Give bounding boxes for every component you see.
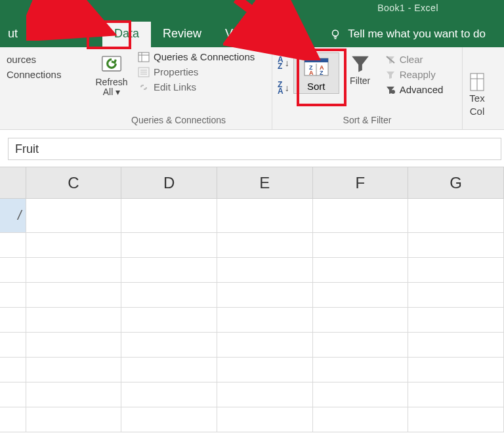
row-header[interactable]	[0, 358, 26, 382]
row-header[interactable]	[0, 283, 26, 308]
tab-layout-partial[interactable]: ut	[0, 22, 30, 47]
col-header[interactable]: E	[217, 167, 312, 199]
cell[interactable]	[217, 283, 312, 308]
tab-formulas[interactable]: Formulas	[30, 22, 102, 47]
cell[interactable]	[312, 199, 408, 233]
formula-bar[interactable]: Fruit	[8, 138, 501, 160]
cell[interactable]	[26, 308, 121, 333]
filter-label: Filter	[350, 76, 370, 86]
queries-connections-button[interactable]: Queries & Connections	[138, 51, 255, 62]
clear-filter-icon	[385, 55, 396, 64]
sort-asc-button[interactable]: AZ ↓	[278, 55, 289, 71]
cell[interactable]	[217, 258, 312, 283]
group-queries-connections: RefreshAll ▾ Queries & Connections Prope…	[85, 47, 272, 129]
tab-view[interactable]: View	[213, 22, 262, 47]
row-header[interactable]	[0, 382, 26, 407]
cell[interactable]	[312, 382, 408, 407]
group-label-queries: Queries & Connections	[91, 113, 266, 128]
cell[interactable]	[121, 199, 217, 233]
row-header[interactable]	[0, 308, 26, 333]
svg-text:A: A	[309, 70, 314, 76]
tell-me-box[interactable]: Tell me what you want to do	[329, 28, 486, 41]
queries-label: Queries & Connections	[154, 51, 255, 62]
row-header[interactable]: /	[0, 199, 26, 233]
cell[interactable]	[408, 333, 504, 358]
row-header[interactable]	[0, 333, 26, 358]
properties-button[interactable]: Properties	[138, 66, 255, 77]
row-header[interactable]	[0, 258, 26, 283]
cell[interactable]	[26, 233, 121, 258]
cell[interactable]	[408, 233, 504, 258]
cell[interactable]	[217, 199, 312, 233]
cell[interactable]	[26, 358, 121, 382]
cell[interactable]	[408, 258, 504, 283]
cell[interactable]	[121, 382, 217, 407]
cell[interactable]	[121, 283, 217, 308]
advanced-button[interactable]: Advanced	[385, 84, 444, 95]
cell[interactable]	[26, 199, 121, 233]
cell[interactable]	[121, 358, 217, 382]
properties-icon	[138, 67, 150, 77]
reapply-label: Reapply	[400, 69, 436, 80]
group-get-transform-partial: ources Connections	[7, 51, 85, 82]
sort-button[interactable]: Z A A Z Sort	[293, 52, 339, 94]
edit-links-label: Edit Links	[154, 81, 196, 93]
select-all-corner[interactable]	[0, 167, 26, 199]
cell[interactable]	[26, 407, 121, 432]
sort-dialog-icon: Z A A Z	[302, 56, 331, 78]
cell[interactable]	[26, 333, 121, 358]
tab-data[interactable]: Data	[102, 22, 151, 47]
worksheet-grid[interactable]: C D E F G /	[0, 167, 504, 432]
col-header[interactable]: F	[312, 167, 408, 199]
cell[interactable]	[26, 382, 121, 407]
col-header[interactable]: D	[121, 167, 217, 199]
col-header[interactable]: C	[26, 167, 121, 199]
cell[interactable]	[26, 258, 121, 283]
cell[interactable]	[121, 333, 217, 358]
row-header[interactable]	[0, 407, 26, 432]
cell[interactable]	[312, 283, 408, 308]
cell[interactable]	[408, 308, 504, 333]
link-icon	[138, 82, 150, 93]
refresh-label-2: All	[103, 87, 114, 97]
svg-point-17	[391, 90, 395, 94]
reapply-button[interactable]: Reapply	[385, 69, 444, 80]
cell[interactable]	[217, 407, 312, 432]
tab-review[interactable]: Review	[151, 22, 213, 47]
filter-button[interactable]: Filter	[342, 52, 379, 86]
row-header[interactable]	[0, 233, 26, 258]
cell[interactable]	[312, 358, 408, 382]
cell[interactable]	[312, 233, 408, 258]
cell[interactable]	[217, 382, 312, 407]
cell[interactable]	[121, 258, 217, 283]
clear-label: Clear	[400, 54, 423, 65]
cell[interactable]	[408, 199, 504, 233]
cell[interactable]	[312, 407, 408, 432]
cell[interactable]	[121, 308, 217, 333]
tell-me-label: Tell me what you want to do	[348, 28, 486, 41]
cell[interactable]	[217, 233, 312, 258]
cell[interactable]	[217, 333, 312, 358]
svg-rect-10	[304, 58, 328, 62]
cell[interactable]	[121, 233, 217, 258]
edit-links-button[interactable]: Edit Links	[138, 81, 255, 93]
cell[interactable]	[408, 382, 504, 407]
cell[interactable]	[408, 358, 504, 382]
cell[interactable]	[121, 407, 217, 432]
clear-button[interactable]: Clear	[385, 54, 444, 65]
svg-rect-2	[138, 52, 149, 62]
column-header-row: C D E F G	[0, 167, 504, 199]
cell[interactable]	[217, 358, 312, 382]
cell[interactable]	[217, 308, 312, 333]
cell[interactable]	[408, 407, 504, 432]
funnel-icon	[349, 52, 371, 75]
refresh-all-button[interactable]: RefreshAll ▾	[91, 51, 133, 98]
cell[interactable]	[408, 283, 504, 308]
cell[interactable]	[312, 333, 408, 358]
sort-desc-button[interactable]: ZA ↓	[278, 80, 289, 96]
cell[interactable]	[312, 258, 408, 283]
stub-text: Tex	[469, 92, 484, 105]
cell[interactable]	[26, 283, 121, 308]
cell[interactable]	[312, 308, 408, 333]
col-header[interactable]: G	[408, 167, 504, 199]
